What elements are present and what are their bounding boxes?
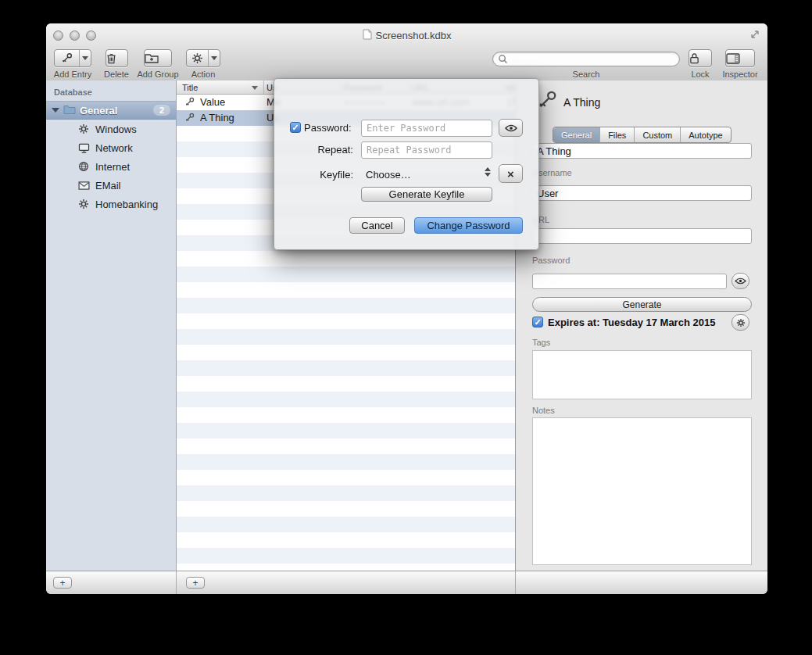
sidebar-item-homebanking[interactable]: Homebanking (46, 195, 176, 213)
inspector-entry-title: A Thing (563, 96, 600, 109)
add-entry-item: Add Entry (53, 49, 92, 79)
group-count-badge: 2 (153, 105, 170, 116)
sort-indicator-icon (252, 86, 258, 90)
clear-keyfile-button[interactable]: × (499, 164, 523, 183)
sidebar-item-network[interactable]: Network (46, 138, 176, 157)
new-password-input[interactable] (361, 120, 492, 137)
sidebar-item-label: Network (95, 142, 133, 154)
show-password-button[interactable] (499, 119, 523, 137)
delete-button[interactable] (106, 49, 128, 67)
gear-icon (77, 198, 90, 210)
fullscreen-icon[interactable] (749, 29, 760, 43)
folder-plus-icon (145, 50, 159, 66)
popover-repeat-label: Repeat: (274, 144, 353, 156)
add-group-button[interactable] (144, 49, 172, 67)
inspector-panel: A Thing General Files Custom Autotype Us… (515, 81, 767, 571)
search-item: Search (492, 52, 680, 79)
sidebar-group-general[interactable]: General 2 (46, 101, 176, 120)
password-checkbox[interactable]: ✓ (290, 122, 301, 133)
trash-icon (106, 50, 116, 66)
tab-autotype[interactable]: Autotype (680, 127, 730, 142)
sidebar-item-label: Internet (95, 161, 130, 173)
search-input[interactable] (492, 52, 680, 66)
url-field[interactable] (532, 228, 752, 244)
title-field[interactable] (532, 143, 752, 159)
sidebar-item-email[interactable]: EMail (46, 176, 176, 195)
notes-label: Notes (532, 406, 555, 415)
add-entry-plus-button[interactable]: + (186, 577, 205, 589)
close-button[interactable] (53, 30, 63, 41)
cancel-button[interactable]: Cancel (349, 217, 405, 234)
sidebar-item-windows[interactable]: Windows (46, 120, 176, 138)
expires-checkbox[interactable]: ✓ (532, 317, 543, 328)
eye-icon (735, 277, 746, 285)
add-entry-button[interactable] (54, 49, 91, 67)
zoom-button[interactable] (86, 30, 96, 41)
column-header-title[interactable]: Title (182, 83, 198, 92)
gear-icon (187, 50, 208, 66)
bottom-bar: + + (46, 571, 767, 594)
window-header: Screenshot.kdbx Add Entry Delete (46, 23, 767, 81)
sidebar-item-internet[interactable]: Internet (46, 157, 176, 176)
add-group-plus-button[interactable]: + (53, 577, 72, 589)
key-icon (55, 50, 79, 66)
action-label: Action (191, 70, 216, 79)
group-label: General (80, 105, 153, 116)
delete-item: Delete (99, 49, 134, 79)
disclosure-triangle-icon[interactable] (52, 108, 59, 113)
window-title: Screenshot.kdbx (140, 29, 674, 42)
key-icon (184, 113, 195, 125)
inspector-tabs: General Files Custom Autotype (553, 127, 732, 143)
reveal-password-button[interactable] (732, 273, 749, 289)
password-label: Password (532, 256, 570, 265)
add-entry-dropdown-arrow[interactable] (79, 50, 91, 66)
document-icon (363, 29, 372, 42)
lock-button[interactable] (689, 49, 712, 67)
window-title-text: Screenshot.kdbx (376, 30, 452, 41)
traffic-lights (53, 30, 96, 41)
lock-item: Lock (685, 49, 715, 79)
divider (176, 571, 177, 594)
tags-field[interactable] (532, 350, 752, 399)
inspector-item: Inspector (720, 49, 760, 79)
notes-field[interactable] (532, 417, 752, 565)
entry-key-icon (537, 90, 557, 113)
add-group-label: Add Group (137, 70, 178, 79)
cell-title: A Thing (200, 112, 234, 123)
keyfile-stepper-icon[interactable] (485, 167, 491, 177)
tab-files[interactable]: Files (599, 127, 634, 142)
action-button[interactable] (186, 49, 220, 67)
column-divider[interactable] (263, 81, 264, 94)
expires-label: Expires at: Tuesday 17 March 2015 (548, 317, 715, 328)
popover-keyfile-label: Keyfile: (274, 169, 353, 181)
sidebar-item-label: Windows (95, 123, 137, 135)
close-icon: × (507, 168, 514, 180)
lock-label: Lock (691, 70, 709, 79)
tab-custom[interactable]: Custom (634, 127, 680, 142)
change-password-popover: ✓ Password: Repeat: Keyfile: Choose… × G… (274, 78, 539, 250)
tab-general[interactable]: General (553, 127, 599, 142)
keyfile-dropdown[interactable]: Choose… (366, 169, 411, 181)
repeat-password-input[interactable] (361, 141, 492, 159)
action-dropdown-arrow[interactable] (208, 50, 220, 66)
generate-password-button[interactable]: Generate (532, 297, 752, 312)
gear-icon (77, 123, 90, 135)
search-label: Search (573, 70, 600, 79)
inspector-button[interactable] (725, 49, 755, 67)
divider (515, 571, 516, 594)
change-password-button[interactable]: Change Password (414, 217, 523, 234)
password-field[interactable] (532, 274, 727, 289)
app-window: Screenshot.kdbx Add Entry Delete (46, 23, 767, 594)
monitor-icon (77, 141, 90, 154)
delete-label: Delete (104, 70, 129, 79)
sidebar-item-label: Homebanking (95, 199, 158, 210)
cell-title: Value (200, 96, 225, 108)
group-sidebar: Database General 2 Windows Network (46, 81, 177, 571)
username-field[interactable] (532, 185, 752, 201)
generate-keyfile-button[interactable]: Generate Keyfile (361, 187, 492, 202)
envelope-icon (77, 179, 90, 191)
action-item: Action (185, 49, 221, 79)
expiry-options-button[interactable] (732, 314, 749, 331)
inspector-panel-icon (726, 50, 740, 66)
minimize-button[interactable] (70, 30, 80, 41)
